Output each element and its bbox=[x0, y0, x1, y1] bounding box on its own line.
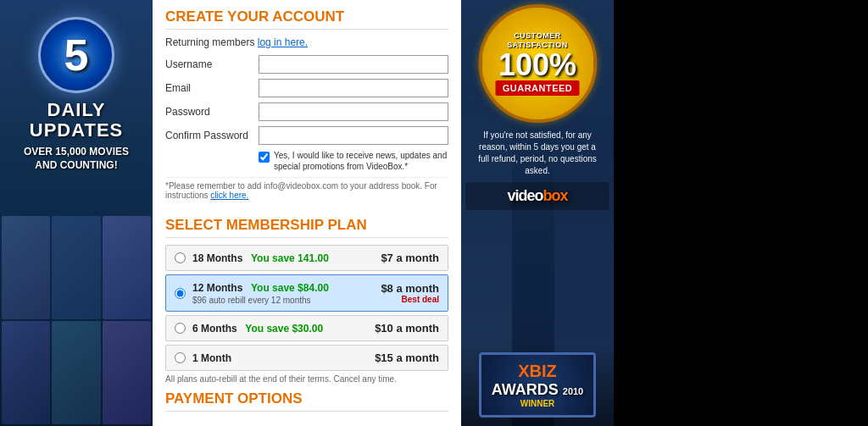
badge-number: 5 bbox=[64, 33, 89, 77]
plan-12months-rebill: $96 auto rebill every 12 months bbox=[192, 296, 381, 305]
movie-covers bbox=[0, 214, 153, 426]
account-form-section: CREATE YOUR ACCOUNT Returning members lo… bbox=[153, 0, 461, 210]
daily-updates-text: DAILY UPDATES bbox=[0, 100, 153, 141]
xbiz-area: XBIZ AWARDS 2010 WINNER bbox=[461, 344, 614, 426]
plans-section: SELECT MEMBERSHIP PLAN 18 Months You sav… bbox=[153, 210, 461, 418]
left-subtitle: OVER 15,000 MOVIESAND COUNTING! bbox=[0, 146, 153, 172]
plan-1month[interactable]: 1 Month $15 a month bbox=[165, 345, 448, 371]
password-input[interactable] bbox=[259, 102, 448, 121]
movie-cover bbox=[103, 216, 151, 319]
left-panel-content: 5 DAILY UPDATES OVER 15,000 MOVIESAND CO… bbox=[0, 17, 153, 173]
confirm-password-label: Confirm Password bbox=[165, 130, 259, 141]
satisfaction-badge: CUSTOMERSATISFACTION 100% GUARANTEED If … bbox=[472, 4, 604, 177]
plan-12months-save: You save $84.00 bbox=[251, 282, 329, 294]
plan-12months-name: 12 Months bbox=[192, 282, 242, 294]
confirm-password-input[interactable] bbox=[259, 126, 448, 145]
plans-title: SELECT MEMBERSHIP PLAN bbox=[165, 217, 448, 238]
plan-18months[interactable]: 18 Months You save 141.00 $7 a month bbox=[165, 245, 448, 271]
xbiz-text: XBIZ bbox=[492, 362, 584, 381]
badge-outer: CUSTOMERSATISFACTION 100% GUARANTEED bbox=[478, 4, 597, 123]
plan-6months-radio[interactable] bbox=[175, 323, 186, 334]
plan-18months-save: You save 141.00 bbox=[251, 252, 329, 264]
movie-cover bbox=[2, 216, 50, 319]
xbiz-awards-text: AWARDS 2010 bbox=[492, 381, 584, 399]
plan-18months-name: 18 Months bbox=[192, 252, 242, 264]
payment-title: PAYMENT OPTIONS bbox=[165, 390, 448, 412]
plan-12months-radio[interactable] bbox=[175, 288, 186, 299]
daily-updates-badge: 5 bbox=[38, 17, 114, 93]
plan-1month-price: $15 a month bbox=[375, 351, 439, 364]
password-row: Password bbox=[165, 102, 448, 121]
email-row: Email bbox=[165, 79, 448, 97]
newsletter-checkbox-row: Yes, I would like to receive news, updat… bbox=[165, 150, 448, 172]
plan-12months-price: $8 a month bbox=[381, 282, 439, 295]
guaranteed-badge: GUARANTEED bbox=[496, 80, 580, 96]
plan-1month-name: 1 Month bbox=[192, 352, 231, 364]
plan-12months-info: 12 Months You save $84.00 $96 auto rebil… bbox=[192, 281, 381, 305]
login-link[interactable]: log in here. bbox=[258, 36, 308, 48]
address-note: *Please remember to add info@videobox.co… bbox=[165, 177, 448, 200]
plan-18months-info: 18 Months You save 141.00 bbox=[192, 252, 381, 264]
left-panel: 5 DAILY UPDATES OVER 15,000 MOVIESAND CO… bbox=[0, 0, 153, 426]
plan-18months-price: $7 a month bbox=[381, 252, 439, 264]
address-link[interactable]: click here. bbox=[210, 191, 248, 200]
satisfaction-percent: 100% bbox=[498, 50, 576, 80]
create-account-title: CREATE YOUR ACCOUNT bbox=[165, 8, 448, 30]
xbiz-winner-text: WINNER bbox=[492, 399, 584, 408]
plan-6months-name: 6 Months bbox=[192, 323, 237, 335]
newsletter-checkbox[interactable] bbox=[259, 152, 270, 163]
confirm-password-row: Confirm Password bbox=[165, 126, 448, 145]
plan-12months-price-container: $8 a month Best deal bbox=[381, 282, 439, 304]
username-input[interactable] bbox=[259, 55, 448, 74]
plan-18months-radio[interactable] bbox=[175, 252, 186, 263]
plan-6months-price: $10 a month bbox=[375, 322, 439, 335]
username-label: Username bbox=[165, 58, 259, 70]
plan-12months[interactable]: 12 Months You save $84.00 $96 auto rebil… bbox=[165, 274, 448, 312]
plan-6months-info: 6 Months You save $30.00 bbox=[192, 322, 375, 335]
plan-6months[interactable]: 6 Months You save $30.00 $10 a month bbox=[165, 315, 448, 341]
right-panel: CUSTOMERSATISFACTION 100% GUARANTEED If … bbox=[461, 0, 614, 426]
best-deal-badge: Best deal bbox=[381, 295, 439, 304]
plan-1month-radio[interactable] bbox=[175, 352, 186, 363]
plan-1month-info: 1 Month bbox=[192, 351, 375, 364]
movie-cover bbox=[103, 321, 151, 424]
email-input[interactable] bbox=[259, 79, 448, 97]
email-label: Email bbox=[165, 82, 259, 94]
movie-cover bbox=[2, 321, 50, 424]
videobox-logo: videobox bbox=[470, 187, 604, 205]
password-label: Password bbox=[165, 106, 259, 118]
xbiz-badge: XBIZ AWARDS 2010 WINNER bbox=[479, 352, 597, 418]
movie-cover bbox=[52, 321, 100, 424]
newsletter-text: Yes, I would like to receive news, updat… bbox=[274, 150, 448, 172]
movie-cover bbox=[52, 216, 100, 319]
plan-6months-save: You save $30.00 bbox=[245, 323, 323, 335]
username-row: Username bbox=[165, 55, 448, 74]
returning-members-text: Returning members log in here. bbox=[165, 36, 448, 48]
center-panel: CREATE YOUR ACCOUNT Returning members lo… bbox=[153, 0, 461, 426]
videobox-logo-area: videobox bbox=[461, 161, 614, 214]
plan-disclaimer: All plans auto-rebill at the end of thei… bbox=[165, 374, 448, 384]
